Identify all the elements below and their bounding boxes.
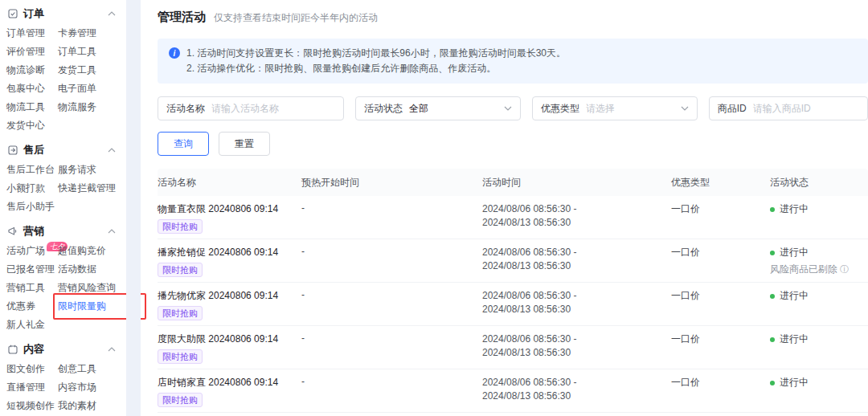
sidebar-item[interactable]: 活动广场七夕 [6, 242, 58, 260]
sidebar-section-header[interactable]: 售后 [6, 140, 125, 161]
field-label: 活动名称 [166, 102, 205, 116]
column-header: 活动名称 [158, 176, 301, 190]
sidebar-section-header[interactable]: 内容 [6, 339, 125, 360]
sidebar-item-active[interactable]: 限时限量购 [58, 297, 125, 316]
chevron-up-icon[interactable] [108, 347, 116, 352]
table-row: 度限大助限 20240806 09:14 限时抢购 - 2024/08/06 0… [158, 325, 868, 369]
sidebar: 订单 订单管理卡券管理评价管理订单工具物流诊断发货工具包裹中心电子面单物流工具物… [0, 0, 125, 416]
sidebar-item[interactable]: 订单管理 [6, 24, 58, 43]
field-label: 活动状态 [364, 102, 403, 116]
status-risk-note: 风险商品已剔除ⓘ [770, 263, 868, 276]
sidebar-item[interactable]: 包裹中心 [6, 80, 58, 98]
cell-activity-name: 店时销家直 20240806 09:14 限时抢购 [158, 376, 301, 407]
sidebar-item[interactable]: 卡券管理 [58, 24, 125, 43]
sidebar-item[interactable]: 超值购竞价 [58, 242, 125, 260]
cell-activity-status: 进行中 ⓘ [770, 376, 868, 389]
chevron-up-icon[interactable] [108, 229, 116, 234]
activity-table: 活动名称预热开始时间活动时间优惠类型活动状态 物量直衣限 20240806 09… [158, 169, 868, 416]
sidebar-scrollbar-track[interactable] [126, 0, 141, 416]
sidebar-item[interactable]: 评价管理 [6, 43, 58, 61]
chevron-up-icon[interactable] [108, 11, 116, 16]
sidebar-item[interactable]: 售后小助手 [6, 198, 58, 216]
field-value: 全部 [409, 102, 428, 116]
sidebar-item[interactable]: 快递拦截管理 [58, 179, 125, 198]
status-dot-icon [770, 381, 775, 385]
sidebar-item[interactable]: 服务请求 [58, 161, 125, 179]
table-body: 物量直衣限 20240806 09:14 限时抢购 - 2024/08/06 0… [158, 196, 868, 416]
sidebar-section-header[interactable]: 营销 [6, 221, 125, 242]
sidebar-item[interactable]: 营销风险查询 [58, 279, 125, 297]
sidebar-item[interactable]: 物流工具 [6, 98, 58, 116]
sidebar-section: 内容 图文创作创意工具直播管理内容市场短视频创作我的素材 [6, 339, 125, 415]
field-label: 优惠类型 [541, 102, 579, 116]
table-header: 活动名称预热开始时间活动时间优惠类型活动状态 [158, 169, 868, 196]
sidebar-item[interactable]: 短视频创作 [6, 397, 58, 415]
activity-tag: 限时抢购 [158, 219, 203, 234]
cell-activity-time: 2024/08/06 08:56:30 - 2024/08/13 08:56:3… [482, 376, 671, 403]
sidebar-item[interactable]: 营销工具 [6, 279, 58, 297]
cell-activity-status: 进行中 风险商品已剔除ⓘ [770, 246, 868, 276]
sidebar-item[interactable]: 创意工具 [58, 360, 125, 378]
chevron-down-icon [504, 106, 512, 111]
notice-banner: i 1. 活动时间支持设置更长：限时抢购活动时间最长96小时，限量抢购活动时间最… [158, 39, 868, 84]
notice-line-1: 1. 活动时间支持设置更长：限时抢购活动时间最长96小时，限量抢购活动时间最长3… [186, 46, 566, 61]
table-row: 播家抢销促 20240806 09:14 限时抢购 - 2024/08/06 0… [158, 239, 868, 282]
cell-activity-time: 2024/08/06 08:56:30 - 2024/08/13 08:56:3… [482, 289, 671, 316]
product-id-input[interactable]: 商品ID请输入商品ID [709, 96, 868, 120]
sidebar-item[interactable]: 活动数据 [58, 260, 125, 279]
sidebar-item[interactable]: 物流诊断 [6, 61, 58, 80]
sidebar-item[interactable]: 发货工具 [58, 61, 125, 80]
sidebar-item[interactable]: 新人礼金 [6, 316, 58, 334]
cell-preheat-time: - [301, 332, 482, 344]
sidebar-item[interactable]: 已报名管理 [6, 260, 58, 279]
column-header: 活动状态 [770, 176, 868, 190]
filter-bar: 活动名称请输入活动名称活动状态全部优惠类型请选择商品ID请输入商品ID [158, 96, 868, 120]
column-header: 优惠类型 [671, 176, 770, 190]
discount-type-select[interactable]: 优惠类型请选择 [532, 96, 698, 120]
cell-discount-type: 一口价 [671, 202, 770, 216]
action-buttons: 查询 重置 [158, 132, 868, 156]
field-placeholder: 请选择 [586, 102, 615, 116]
sidebar-item[interactable]: 售后工作台 [6, 161, 58, 179]
reset-button[interactable]: 重置 [219, 132, 270, 156]
sidebar-section: 订单 订单管理卡券管理评价管理订单工具物流诊断发货工具包裹中心电子面单物流工具物… [6, 3, 125, 135]
sidebar-item[interactable]: 小额打款 [6, 179, 58, 198]
sidebar-section-items: 售后工作台服务请求小额打款快递拦截管理售后小助手 [6, 161, 125, 216]
sidebar-item[interactable]: 发货中心 [6, 116, 58, 135]
sidebar-item[interactable]: 电子面单 [58, 80, 125, 98]
sidebar-item[interactable]: 订单工具 [58, 43, 125, 61]
sidebar-item[interactable]: 物流服务 [58, 98, 125, 116]
cell-activity-name: 度限大助限 20240806 09:14 限时抢购 [158, 332, 301, 364]
cell-preheat-time: - [301, 246, 482, 257]
order-icon [6, 8, 18, 20]
activity-name[interactable]: 度限大助限 20240806 09:14 [158, 332, 301, 345]
column-header: 预热开始时间 [301, 176, 482, 190]
activity-tag: 限时抢购 [158, 393, 203, 407]
status-dot-icon [770, 207, 775, 212]
query-button[interactable]: 查询 [158, 132, 209, 156]
cell-activity-time: 2024/08/06 08:56:30 - 2024/08/13 08:56:3… [482, 202, 671, 230]
sidebar-item[interactable]: 图文创作 [6, 360, 58, 378]
sidebar-section-header[interactable]: 订单 [6, 3, 125, 24]
sidebar-item[interactable]: 内容市场 [58, 378, 125, 397]
activity-name[interactable]: 店时销家直 20240806 09:14 [158, 376, 301, 389]
activity-name[interactable]: 播家抢销促 20240806 09:14 [158, 246, 301, 259]
chevron-up-icon[interactable] [108, 148, 116, 153]
sidebar-section-items: 订单管理卡券管理评价管理订单工具物流诊断发货工具包裹中心电子面单物流工具物流服务… [6, 24, 125, 135]
activity-name[interactable]: 物量直衣限 20240806 09:14 [158, 202, 301, 215]
cell-activity-status: 进行中 ⓘ [770, 289, 868, 303]
activity-name[interactable]: 播先物优家 20240806 09:14 [158, 289, 301, 302]
sidebar-section: 售后 售后工作台服务请求小额打款快递拦截管理售后小助手 [6, 140, 125, 216]
sidebar-item[interactable]: 我的素材 [58, 397, 125, 415]
table-row: 店时销家直 20240806 09:14 限时抢购 - 2024/08/06 0… [158, 369, 868, 412]
aftersale-icon [6, 145, 18, 157]
cell-preheat-time: - [301, 202, 482, 214]
activity-status-select[interactable]: 活动状态全部 [355, 96, 521, 120]
status-dot-icon [770, 294, 775, 299]
activity-name-input[interactable]: 活动名称请输入活动名称 [158, 96, 344, 120]
info-circle-icon[interactable]: ⓘ [840, 263, 849, 275]
table-row: 播先物优家 20240806 09:14 限时抢购 - 2024/08/06 0… [158, 282, 868, 325]
sidebar-item[interactable]: 优惠券 [6, 297, 58, 316]
sidebar-item[interactable]: 直播管理 [6, 378, 58, 397]
field-placeholder: 请输入活动名称 [211, 102, 279, 116]
